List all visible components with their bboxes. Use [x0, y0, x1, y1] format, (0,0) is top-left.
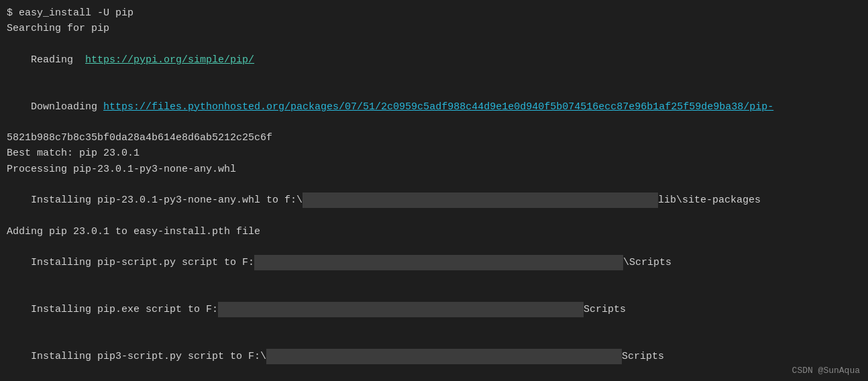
- line-3-prefix: Reading: [31, 54, 85, 66]
- line-8: Installing pip-23.0.1-py3-none-any.whl t…: [7, 177, 861, 224]
- terminal-window: $ easy_install -U pip Searching for pip …: [0, 0, 868, 381]
- line-4: Downloading https://files.pythonhosted.o…: [7, 83, 861, 130]
- line-9: Adding pip 23.0.1 to easy-install.pth fi…: [7, 224, 861, 239]
- line-10-suffix: \Scripts: [623, 257, 671, 268]
- line-4-prefix: Downloading: [31, 101, 103, 113]
- line-8-prefix: Installing pip-23.0.1-py3-none-any.whl t…: [31, 195, 303, 206]
- line-10-prefix: Installing pip-script.py script to F:: [31, 257, 254, 268]
- line-1: $ easy_install -U pip: [7, 5, 861, 21]
- watermark: CSDN @SunAqua: [792, 366, 860, 376]
- line-12-redacted: [266, 349, 622, 364]
- line-5: 5821b988c7b8c35bf0da28a4b614e8d6ab5212c2…: [7, 130, 861, 146]
- line-10-redacted: [254, 255, 623, 270]
- line-11-redacted: [218, 302, 584, 317]
- line-12: Installing pip3-script.py script to F:\ …: [7, 333, 861, 380]
- line-12-suffix: Scripts: [622, 351, 664, 362]
- line-3: Reading https://pypi.org/simple/pip/: [7, 37, 861, 84]
- download-link[interactable]: https://files.pythonhosted.org/packages/…: [103, 101, 773, 113]
- line-2: Searching for pip: [7, 21, 861, 36]
- line-10: Installing pip-script.py script to F: \S…: [7, 239, 861, 286]
- line-12-prefix: Installing pip3-script.py script to F:\: [31, 351, 266, 362]
- line-7: Processing pip-23.0.1-py3-none-any.whl: [7, 162, 861, 177]
- line-11: Installing pip.exe script to F: Scripts: [7, 286, 861, 333]
- line-6: Best match: pip 23.0.1: [7, 146, 861, 161]
- line-11-prefix: Installing pip.exe script to F:: [31, 304, 218, 315]
- pypi-link[interactable]: https://pypi.org/simple/pip/: [85, 54, 254, 66]
- line-11-suffix: Scripts: [584, 304, 626, 315]
- line-8-redacted: [303, 193, 658, 208]
- line-8-suffix: lib\site-packages: [658, 195, 761, 206]
